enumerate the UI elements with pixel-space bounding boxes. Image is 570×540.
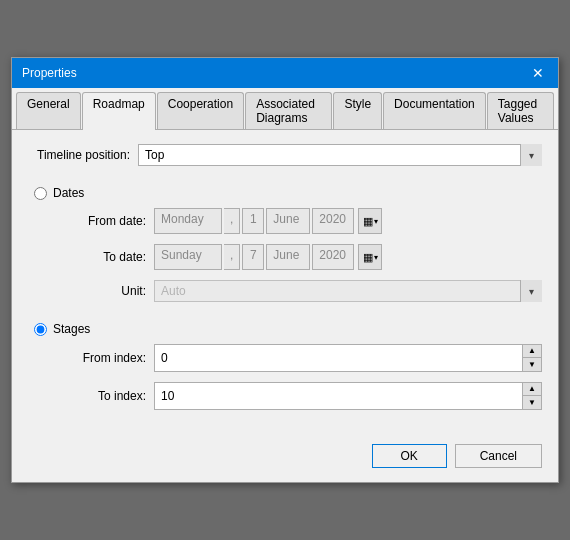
from-date-month: June: [266, 208, 310, 234]
from-index-row: From index: 0 ▲ ▼: [44, 344, 542, 372]
ok-button[interactable]: OK: [372, 444, 447, 468]
calendar-icon: ▦: [363, 215, 373, 228]
to-index-input[interactable]: 10: [154, 382, 522, 410]
from-index-spinner: 0 ▲ ▼: [154, 344, 542, 372]
unit-dropdown[interactable]: Auto: [154, 280, 542, 302]
unit-row: Unit: Auto ▾: [44, 280, 542, 302]
from-date-year: 2020: [312, 208, 354, 234]
stages-section: From index: 0 ▲ ▼ To index: 10 ▲ ▼: [28, 344, 542, 410]
calendar-dropdown-icon2: ▾: [374, 253, 378, 262]
to-date-group: Sunday , 7 June 2020 ▦ ▾: [154, 244, 542, 270]
stages-radio-row: Stages: [28, 322, 542, 336]
timeline-position-row: Timeline position: Top Bottom Left Right…: [28, 144, 542, 166]
calendar-dropdown-icon: ▾: [374, 217, 378, 226]
properties-dialog: Properties ✕ General Roadmap Cooperation…: [11, 57, 559, 483]
to-index-row: To index: 10 ▲ ▼: [44, 382, 542, 410]
close-button[interactable]: ✕: [528, 66, 548, 80]
from-date-picker-button[interactable]: ▦ ▾: [358, 208, 382, 234]
tab-roadmap[interactable]: Roadmap: [82, 92, 156, 130]
timeline-position-dropdown-wrapper: Top Bottom Left Right ▾: [138, 144, 542, 166]
tab-documentation[interactable]: Documentation: [383, 92, 486, 129]
from-index-label: From index:: [44, 351, 154, 365]
stages-radio-label[interactable]: Stages: [53, 322, 90, 336]
from-date-row: From date: Monday , 1 June 2020 ▦ ▾: [44, 208, 542, 234]
unit-label: Unit:: [44, 284, 154, 298]
to-date-sep1: ,: [224, 244, 240, 270]
tab-bar: General Roadmap Cooperation Associated D…: [12, 88, 558, 130]
tab-cooperation[interactable]: Cooperation: [157, 92, 244, 129]
window-title: Properties: [22, 66, 77, 80]
to-date-day-name: Sunday: [154, 244, 222, 270]
tab-style[interactable]: Style: [333, 92, 382, 129]
cancel-button[interactable]: Cancel: [455, 444, 542, 468]
to-date-row: To date: Sunday , 7 June 2020 ▦ ▾: [44, 244, 542, 270]
to-date-label: To date:: [44, 250, 154, 264]
footer: OK Cancel: [12, 434, 558, 482]
to-index-spinner: 10 ▲ ▼: [154, 382, 542, 410]
to-index-spinner-buttons: ▲ ▼: [522, 382, 542, 410]
from-index-up-button[interactable]: ▲: [523, 345, 541, 358]
to-index-label: To index:: [44, 389, 154, 403]
calendar-icon2: ▦: [363, 251, 373, 264]
title-bar: Properties ✕: [12, 58, 558, 88]
timeline-position-label: Timeline position:: [28, 148, 138, 162]
dates-section: From date: Monday , 1 June 2020 ▦ ▾ To d…: [28, 208, 542, 302]
tab-general[interactable]: General: [16, 92, 81, 129]
to-index-up-button[interactable]: ▲: [523, 383, 541, 396]
tab-associated-diagrams[interactable]: Associated Diagrams: [245, 92, 332, 129]
from-date-group: Monday , 1 June 2020 ▦ ▾: [154, 208, 542, 234]
dates-radio-input[interactable]: [34, 187, 47, 200]
to-date-picker-button[interactable]: ▦ ▾: [358, 244, 382, 270]
from-date-sep1: ,: [224, 208, 240, 234]
from-date-day-name: Monday: [154, 208, 222, 234]
dates-radio-row: Dates: [28, 186, 542, 200]
to-date-month: June: [266, 244, 310, 270]
tab-content: Timeline position: Top Bottom Left Right…: [12, 130, 558, 434]
dates-radio-label[interactable]: Dates: [53, 186, 84, 200]
unit-dropdown-wrapper: Auto ▾: [154, 280, 542, 302]
from-index-spinner-buttons: ▲ ▼: [522, 344, 542, 372]
from-date-day: 1: [242, 208, 264, 234]
from-date-label: From date:: [44, 214, 154, 228]
to-index-down-button[interactable]: ▼: [523, 396, 541, 409]
from-index-down-button[interactable]: ▼: [523, 358, 541, 371]
timeline-position-dropdown[interactable]: Top Bottom Left Right: [138, 144, 542, 166]
stages-radio-input[interactable]: [34, 323, 47, 336]
from-index-input[interactable]: 0: [154, 344, 522, 372]
tab-tagged-values[interactable]: Tagged Values: [487, 92, 554, 129]
to-date-day: 7: [242, 244, 264, 270]
to-date-year: 2020: [312, 244, 354, 270]
